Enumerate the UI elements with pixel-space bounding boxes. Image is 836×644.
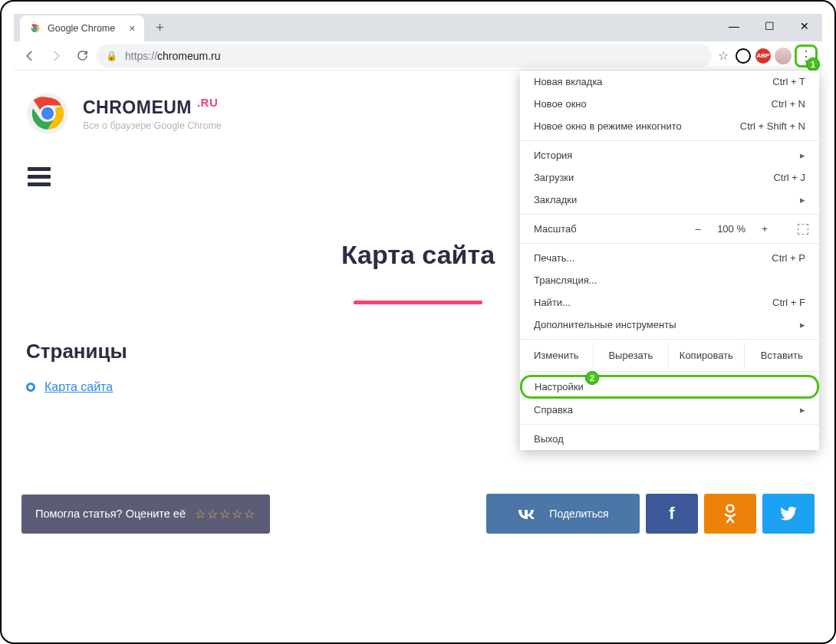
chrome-main-menu: Новая вкладкаCtrl + T Новое окноCtrl + N… [520, 71, 819, 450]
forward-button[interactable] [44, 44, 67, 67]
chrome-favicon [29, 22, 41, 34]
abp-extension-icon[interactable]: ABP [755, 48, 772, 64]
list-bullet-icon [26, 383, 35, 392]
browser-toolbar: 🔒 https://chromeum.ru ☆ ABP ⋮ 1 [14, 41, 822, 71]
facebook-icon: f [669, 504, 674, 524]
menu-bookmarks[interactable]: Закладки▸ [520, 189, 819, 211]
url-scheme: https:// [125, 50, 157, 62]
twitter-icon [780, 507, 797, 521]
menu-paste[interactable]: Вставить [744, 343, 819, 368]
callout-badge-1: 1 [806, 58, 820, 71]
svg-point-4 [727, 505, 734, 512]
share-facebook-button[interactable]: f [646, 494, 698, 534]
reload-button[interactable] [71, 44, 94, 67]
tab-close-icon[interactable]: × [129, 22, 135, 34]
chrome-menu-button[interactable]: ⋮ 1 [795, 44, 818, 67]
menu-exit[interactable]: Выход [520, 428, 819, 450]
browser-tab[interactable]: Google Chrome × [20, 15, 144, 41]
site-brand: CHROMEUM .RU [83, 96, 222, 118]
menu-edit-row: Изменить Вырезать Копировать Вставить [520, 343, 819, 368]
share-vk-button[interactable]: Поделиться [486, 494, 640, 534]
zoom-out-button[interactable]: – [693, 223, 703, 235]
menu-copy[interactable]: Копировать [668, 343, 743, 368]
tab-title: Google Chrome [48, 23, 115, 34]
share-label: Поделиться [549, 508, 608, 520]
ok-icon [724, 504, 736, 524]
address-bar[interactable]: 🔒 https://chromeum.ru [97, 44, 712, 67]
rate-prompt: Помогла статья? Оцените её [35, 508, 186, 520]
titlebar: Google Chrome × + — ☐ ✕ [14, 14, 822, 41]
sitemap-link[interactable]: Карта сайта [44, 380, 113, 394]
menu-incognito[interactable]: Новое окно в режиме инкогнитоCtrl + Shif… [520, 115, 819, 137]
menu-settings[interactable]: Настройки 2 [520, 375, 819, 399]
menu-print[interactable]: Печать...Ctrl + P [520, 247, 819, 269]
svg-point-3 [41, 107, 54, 120]
url-host: chromeum.ru [157, 50, 220, 62]
menu-downloads[interactable]: ЗагрузкиCtrl + J [520, 166, 819, 189]
chrome-logo-icon [26, 92, 69, 135]
new-tab-button[interactable]: + [149, 17, 170, 38]
callout-badge-2: 2 [585, 371, 599, 385]
zoom-in-button[interactable]: + [759, 223, 770, 235]
menu-zoom-label: Масштаб [534, 223, 577, 235]
zoom-value: 100 % [717, 223, 745, 235]
site-tagline: Все о браузере Google Chrome [83, 120, 222, 131]
menu-cut[interactable]: Вырезать [593, 343, 668, 368]
lock-icon: 🔒 [106, 51, 117, 61]
menu-history[interactable]: История▸ [520, 144, 819, 166]
menu-cast[interactable]: Трансляция... [520, 269, 819, 291]
menu-zoom-row: Масштаб – 100 % + [520, 218, 819, 240]
fullscreen-icon[interactable] [798, 224, 808, 235]
share-twitter-button[interactable] [762, 494, 815, 534]
menu-new-window[interactable]: Новое окноCtrl + N [520, 93, 819, 115]
menu-help[interactable]: Справка▸ [520, 399, 819, 421]
vk-icon [517, 508, 535, 519]
menu-more-tools[interactable]: Дополнительные инструменты▸ [520, 314, 819, 336]
back-button[interactable] [18, 44, 41, 67]
rate-article-box: Помогла статья? Оцените её ☆☆☆☆☆ [21, 495, 270, 534]
share-ok-button[interactable] [704, 494, 756, 534]
menu-edit-label: Изменить [520, 343, 593, 368]
title-underline [354, 301, 482, 304]
window-close-button[interactable]: ✕ [787, 14, 822, 38]
profile-avatar[interactable] [775, 48, 792, 64]
yandex-extension-icon[interactable] [735, 48, 752, 64]
menu-new-tab[interactable]: Новая вкладкаCtrl + T [520, 71, 819, 93]
bookmark-star-icon[interactable]: ☆ [715, 48, 732, 64]
rating-stars[interactable]: ☆☆☆☆☆ [195, 507, 256, 521]
window-maximize-button[interactable]: ☐ [752, 14, 787, 38]
window-minimize-button[interactable]: — [716, 14, 752, 38]
menu-find[interactable]: Найти...Ctrl + F [520, 291, 819, 314]
